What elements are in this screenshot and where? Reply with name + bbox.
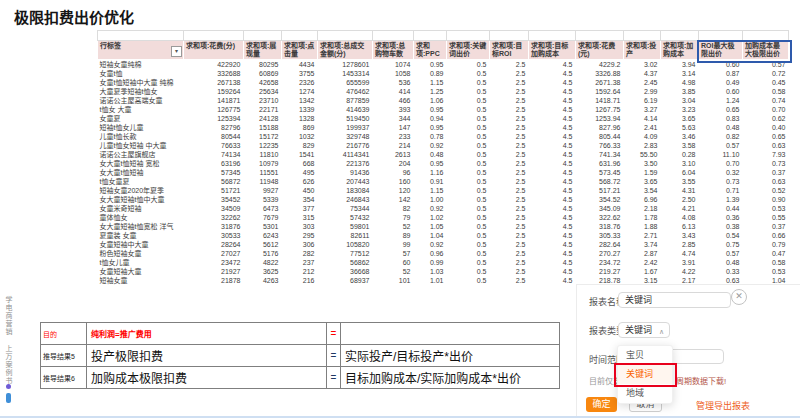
value-cell[interactable]: 0.99 <box>414 258 447 267</box>
value-cell[interactable]: 5176 <box>244 249 282 258</box>
value-cell[interactable]: 1.04 <box>414 231 447 240</box>
value-cell[interactable]: 0.5 <box>447 96 490 105</box>
value-cell[interactable]: 0.63 <box>743 141 789 150</box>
value-cell[interactable]: 0.5 <box>447 195 490 204</box>
row-label-cell[interactable]: 短袖t恤女儿童 <box>98 123 184 132</box>
value-cell[interactable]: 0.5 <box>447 132 490 141</box>
row-label-cell[interactable]: 夏童装 女童 <box>98 231 184 240</box>
value-cell[interactable]: 318.76 <box>576 222 624 231</box>
value-cell[interactable]: 1.03 <box>414 267 447 276</box>
value-cell[interactable]: 0.58 <box>743 87 789 96</box>
dropdown-item-selected[interactable]: 关键词 <box>618 365 672 384</box>
value-cell[interactable]: 1.15 <box>414 78 447 87</box>
value-cell[interactable]: 315 <box>282 213 318 222</box>
value-cell[interactable]: 0.32 <box>699 168 743 177</box>
value-cell[interactable]: 99 <box>373 240 414 249</box>
column-header[interactable]: ROI最大极限出价 <box>699 41 743 60</box>
value-cell[interactable]: 466 <box>373 96 414 105</box>
value-cell[interactable]: 1339 <box>282 105 318 114</box>
value-cell[interactable]: 4.5 <box>529 258 576 267</box>
empty-grid-cell[interactable] <box>624 31 661 41</box>
value-cell[interactable]: 2326 <box>282 78 318 87</box>
equals-cell[interactable]: = <box>327 345 341 367</box>
value-cell[interactable]: 51721 <box>184 186 244 195</box>
value-cell[interactable]: 4.5 <box>529 87 576 96</box>
column-header[interactable]: 求和项:总购物车数 <box>373 41 414 60</box>
value-cell[interactable]: 80544 <box>184 132 244 141</box>
value-cell[interactable]: 32262 <box>184 213 244 222</box>
value-cell[interactable]: 9927 <box>244 186 282 195</box>
value-cell[interactable]: 4.5 <box>529 60 576 70</box>
value-cell[interactable]: 0.5 <box>447 222 490 231</box>
value-cell[interactable]: 2.5 <box>490 132 529 141</box>
value-cell[interactable]: 63196 <box>184 159 244 168</box>
row-label-cell[interactable]: 大童夏季短袖t恤女 <box>98 87 184 96</box>
value-cell[interactable]: 1058 <box>373 69 414 78</box>
value-cell[interactable]: 36668 <box>318 267 373 276</box>
value-cell[interactable]: 57 <box>373 249 414 258</box>
value-cell[interactable]: 1.78 <box>624 213 661 222</box>
value-cell[interactable]: 332688 <box>184 69 244 78</box>
value-cell[interactable]: 125394 <box>184 114 244 123</box>
value-cell[interactable]: 2.99 <box>624 87 661 96</box>
value-cell[interactable]: 4.5 <box>529 204 576 213</box>
row-label-cell[interactable]: 女童米奇短袖 <box>98 204 184 213</box>
value-cell[interactable]: 1.05 <box>414 222 447 231</box>
value-cell[interactable]: 295 <box>282 231 318 240</box>
value-cell[interactable]: 4.14 <box>624 114 661 123</box>
value-cell[interactable]: 2.5 <box>490 204 529 213</box>
value-cell[interactable]: 0.5 <box>447 240 490 249</box>
row-label-cell[interactable]: 女童夏 <box>98 114 184 123</box>
empty-grid-cell[interactable] <box>576 31 624 41</box>
value-cell[interactable]: 4.5 <box>529 150 576 159</box>
value-cell[interactable]: 2.5 <box>490 105 529 114</box>
value-cell[interactable]: 495 <box>282 168 318 177</box>
value-cell[interactable]: 0.49 <box>699 78 743 87</box>
column-header[interactable]: 求和项:关键词出价 <box>447 41 490 60</box>
value-cell[interactable]: 0.5 <box>447 123 490 132</box>
empty-grid-cell[interactable] <box>529 31 576 41</box>
value-cell[interactable]: 1.24 <box>699 96 743 105</box>
value-cell[interactable]: 0.5 <box>447 159 490 168</box>
formula-expression-cell[interactable]: 目标加购成本/实际加购成本*出价 <box>341 367 560 389</box>
value-cell[interactable]: 52 <box>373 222 414 231</box>
value-cell[interactable]: 0.96 <box>414 249 447 258</box>
value-cell[interactable]: 2.5 <box>490 168 529 177</box>
value-cell[interactable]: 0.45 <box>743 78 789 87</box>
value-cell[interactable]: 5612 <box>244 240 282 249</box>
value-cell[interactable]: 2.5 <box>490 276 529 285</box>
value-cell[interactable]: 2.5 <box>490 87 529 96</box>
row-label-cell[interactable]: 粉色短袖女童 <box>98 249 184 258</box>
value-cell[interactable]: 0.53 <box>743 267 789 276</box>
value-cell[interactable]: 1592.64 <box>576 87 624 96</box>
value-cell[interactable]: 4.5 <box>529 123 576 132</box>
value-cell[interactable]: 77512 <box>318 249 373 258</box>
value-cell[interactable]: 0.72 <box>743 69 789 78</box>
value-cell[interactable]: 0.70 <box>743 105 789 114</box>
row-label-cell[interactable]: 短袖女童纯棉 <box>98 60 184 70</box>
value-cell[interactable]: 0.5 <box>447 231 490 240</box>
row-label-cell[interactable]: 女大童t恤短袖 <box>98 168 184 177</box>
value-cell[interactable]: 31876 <box>184 222 244 231</box>
column-header[interactable]: 求和项:总成交金额(分) <box>318 41 373 60</box>
value-cell[interactable]: 6473 <box>244 204 282 213</box>
formula-label-cell[interactable]: 推导结果6 <box>41 367 87 389</box>
value-cell[interactable]: 147 <box>373 123 414 132</box>
value-cell[interactable]: 204 <box>373 159 414 168</box>
value-cell[interactable]: 7.93 <box>743 150 789 159</box>
value-cell[interactable]: 60 <box>373 258 414 267</box>
empty-grid-cell[interactable] <box>490 31 529 41</box>
empty-grid-cell[interactable] <box>244 31 282 41</box>
value-cell[interactable]: 5301 <box>244 222 282 231</box>
value-cell[interactable]: 3625 <box>244 267 282 276</box>
empty-grid-cell[interactable] <box>447 31 490 41</box>
value-cell[interactable]: 1.06 <box>414 96 447 105</box>
value-cell[interactable]: 183084 <box>318 186 373 195</box>
value-cell[interactable]: 0.5 <box>447 177 490 186</box>
value-cell[interactable]: 0.44 <box>699 204 743 213</box>
value-cell[interactable]: 0.73 <box>743 159 789 168</box>
value-cell[interactable]: 869 <box>282 123 318 132</box>
value-cell[interactable]: 5.63 <box>661 123 699 132</box>
value-cell[interactable]: 2.50 <box>661 195 699 204</box>
value-cell[interactable]: 52 <box>373 267 414 276</box>
